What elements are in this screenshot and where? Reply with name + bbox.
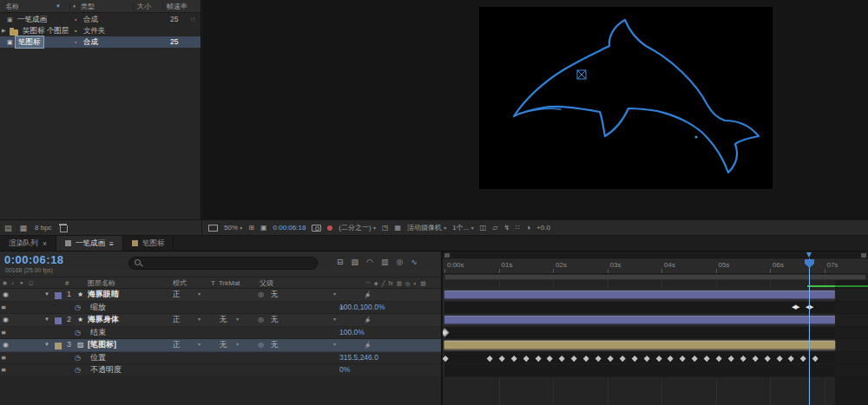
snapshot-icon[interactable] <box>312 225 321 232</box>
view-layout-select[interactable]: 1个... ▾ <box>452 223 473 232</box>
current-timecode[interactable]: 0:00:06:18 <box>4 253 64 266</box>
interpret-footage-icon[interactable]: ▤ <box>4 224 12 232</box>
mask-visibility-icon[interactable]: ▣ <box>260 224 267 232</box>
navigator-end-handle[interactable] <box>861 253 866 258</box>
display-icon[interactable] <box>208 225 218 232</box>
comp-canvas[interactable] <box>479 7 773 189</box>
layer-duration-bar[interactable] <box>444 341 835 349</box>
time-navigator[interactable] <box>443 251 868 258</box>
layer-row[interactable]: ◉ ▼ 2 ★ 海豚身体 正常 ▾ 无 ▾ ◎ 无 ▾ ◈╱ <box>0 314 441 327</box>
project-row[interactable]: ▣ 一笔成画 ▪ 合成 25 ∷ <box>0 14 201 25</box>
camera-select[interactable]: 活动摄像机 ▾ <box>407 223 446 232</box>
flowchart-icon[interactable]: ∷ <box>516 224 520 232</box>
shy-layers-icon[interactable]: ◠ <box>366 258 373 266</box>
trash-icon[interactable] <box>60 224 67 232</box>
draft-3d-icon[interactable]: ▧ <box>352 258 359 266</box>
layer-row[interactable]: ◉ ▼ 1 ★ 海豚眼睛 正常 ▾ ◎ 无 ▾ ◈╱ <box>0 289 441 302</box>
column-framerate[interactable]: 帧速率 <box>167 0 187 13</box>
pixel-aspect-icon[interactable]: ▱ <box>492 224 497 232</box>
time-ruler[interactable]: 0:00s01s02s03s04s05s06s07s <box>443 258 868 274</box>
navigator-cti-marker[interactable] <box>806 252 812 258</box>
new-composition-icon[interactable]: ▦ <box>20 224 28 232</box>
property-row[interactable]: ◀◆▶ ◷ 缩放 ∞100.0,100.0% <box>0 302 441 315</box>
chevron-down-icon[interactable]: ▾ <box>236 314 239 326</box>
sort-arrow-icon[interactable]: ▼ <box>56 0 61 13</box>
layer-track[interactable] <box>443 289 868 302</box>
property-track[interactable] <box>443 352 868 365</box>
layer-duration-bar[interactable] <box>444 291 835 299</box>
viewer-timecode[interactable]: 0:00:06:18 <box>273 224 306 232</box>
column-t[interactable]: T <box>211 278 215 289</box>
eye-icon[interactable]: ◉ <box>3 289 9 301</box>
region-of-interest-icon[interactable]: ◳ <box>382 224 389 232</box>
chevron-down-icon[interactable]: ▾ <box>198 289 201 301</box>
chevron-down-icon[interactable]: ▾ <box>333 339 336 351</box>
current-time-indicator[interactable] <box>809 258 810 405</box>
layer-color-swatch[interactable] <box>55 317 62 324</box>
search-box[interactable] <box>128 257 318 270</box>
item-name[interactable]: 笔图标 <box>16 36 43 48</box>
tab-composition-active[interactable]: 一笔成画 ≡ <box>56 236 123 251</box>
property-row[interactable]: ◀◆▶ ◷ 位置 315.5,246.0 <box>0 352 441 365</box>
graph-editor-icon[interactable]: ∿ <box>411 258 418 266</box>
layer-name[interactable]: 海豚眼睛 <box>88 289 119 301</box>
expand-arrow-icon[interactable]: ▼ <box>44 314 49 326</box>
layer-track-selected[interactable] <box>443 339 868 352</box>
property-track[interactable] <box>443 364 868 377</box>
property-name[interactable]: 结束 <box>90 327 106 339</box>
tab-render-queue[interactable]: 渲染队列 × <box>0 236 56 251</box>
fast-preview-icon[interactable]: ↯ <box>503 224 510 232</box>
frame-blend-icon[interactable]: ▥ <box>381 258 389 266</box>
property-track[interactable]: ◀▶◀▶ <box>443 302 868 315</box>
layer-name[interactable]: [笔图标] <box>88 339 116 351</box>
mini-flowchart-icon[interactable]: ⊟ <box>337 258 344 266</box>
property-name[interactable]: 位置 <box>90 352 106 364</box>
keyframe[interactable]: ◀▶ <box>792 304 799 310</box>
parent-pickwhip-icon[interactable]: ◎ <box>258 314 264 326</box>
motion-blur-icon[interactable]: ◎ <box>396 258 403 266</box>
show-channels-icon[interactable] <box>327 225 332 231</box>
project-row-selected[interactable]: ▣ 笔图标 ▪ 合成 25 <box>0 36 201 48</box>
expand-arrow-icon[interactable]: ▶ <box>2 25 6 36</box>
layer-color-swatch[interactable] <box>55 292 62 299</box>
item-name[interactable]: 一笔成画 <box>17 14 47 25</box>
close-icon[interactable]: × <box>43 239 47 248</box>
property-row[interactable]: ◀◆▶ ◷ 不透明度 0% <box>0 364 441 377</box>
layer-name[interactable]: 海豚身体 <box>88 314 119 326</box>
column-type[interactable]: 类型 <box>81 0 95 13</box>
transparency-grid-icon[interactable]: ▦ <box>394 224 401 232</box>
stopwatch-icon[interactable]: ◷ <box>75 302 81 314</box>
chevron-down-icon[interactable]: ▾ <box>333 289 336 301</box>
property-track[interactable] <box>443 327 868 340</box>
layer-row-selected[interactable]: ◉ ▼ 3 ▨ [笔图标] 正常 ▾ 无 ▾ ◎ 无 ▾ ◈╱ <box>0 339 441 352</box>
project-row[interactable]: ▶ 笑图标 个图层 ▪ 文件夹 <box>0 25 201 36</box>
property-row[interactable]: ◀◆▶ ◷ 结束 100.0% <box>0 327 441 340</box>
column-layer-name[interactable]: 图层名称 <box>88 278 115 289</box>
tab-composition[interactable]: 笔图标 <box>123 236 174 251</box>
layer-color-swatch[interactable] <box>55 343 62 349</box>
expand-arrow-icon[interactable]: ▼ <box>44 339 49 351</box>
timeline-search-input[interactable] <box>146 258 312 269</box>
stopwatch-icon[interactable]: ◷ <box>75 352 81 364</box>
chevron-down-icon[interactable]: ▾ <box>198 314 201 326</box>
parent-pickwhip-icon[interactable]: ◎ <box>258 289 264 301</box>
resolution-select[interactable]: (二分之一) ▾ <box>339 223 376 232</box>
bit-depth-button[interactable]: 8 bpc <box>35 224 52 232</box>
view-layout-icon[interactable]: ◫ <box>480 224 487 232</box>
layer-track[interactable] <box>443 314 868 327</box>
stopwatch-icon[interactable]: ◷ <box>75 327 81 339</box>
chevron-down-icon[interactable]: ▾ <box>333 314 336 326</box>
stopwatch-icon[interactable]: ◷ <box>75 364 81 376</box>
column-parent[interactable]: 父级 <box>260 278 273 289</box>
chevron-down-icon[interactable]: ▾ <box>198 339 201 351</box>
chevron-down-icon[interactable]: ▾ <box>236 339 239 351</box>
column-trkmat[interactable]: TrkMat <box>219 278 240 289</box>
navigator-start-handle[interactable] <box>444 253 450 258</box>
work-area-bar[interactable] <box>444 274 866 280</box>
parent-pickwhip-icon[interactable]: ◎ <box>258 339 264 351</box>
property-name[interactable]: 缩放 <box>90 302 106 314</box>
column-size[interactable]: 大小 <box>137 0 151 13</box>
property-name[interactable]: 不透明度 <box>90 364 122 376</box>
grid-guides-icon[interactable]: ⊞ <box>248 224 254 232</box>
layer-duration-bar[interactable] <box>444 316 835 324</box>
